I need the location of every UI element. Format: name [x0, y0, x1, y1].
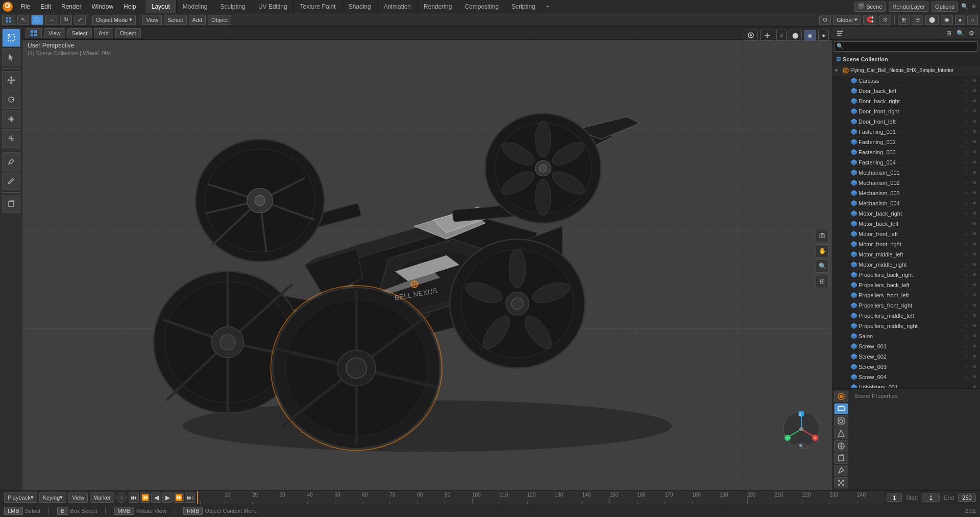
overlay-btn[interactable]: ⊞: [898, 15, 910, 25]
tab-shading[interactable]: Shading: [342, 0, 378, 13]
outliner-item[interactable]: Motor_back_right ↕ 👁: [832, 208, 980, 219]
end-frame[interactable]: 250: [958, 494, 976, 502]
scale-tool[interactable]: ⤢: [74, 15, 86, 25]
move-tool[interactable]: [2, 71, 20, 89]
item-restrict-viewport[interactable]: 👁: [971, 384, 978, 389]
item-restrict-viewport[interactable]: 👁: [971, 108, 978, 115]
outliner-item[interactable]: Fastening_001 ↕ 👁: [832, 127, 980, 137]
viewport-type-btn[interactable]: [26, 28, 42, 38]
item-restrict-viewport[interactable]: 👁: [971, 128, 978, 135]
outliner-search[interactable]: 🔍: [834, 41, 978, 52]
header-filter[interactable]: ⊞: [971, 3, 976, 10]
timeline-playback-dropdown[interactable]: Playback ▾: [4, 492, 37, 503]
blender-logo[interactable]: [0, 0, 15, 13]
item-restrict-select[interactable]: ↕: [963, 179, 970, 186]
transform-orientation[interactable]: Global ▾: [833, 15, 861, 25]
item-restrict-viewport[interactable]: 👁: [971, 179, 978, 186]
outliner-item[interactable]: Door_back_right ↕ 👁: [832, 96, 980, 106]
render-layer-selector[interactable]: RenderLayer: [889, 2, 928, 12]
start-frame[interactable]: 1: [922, 494, 940, 502]
item-restrict-viewport[interactable]: 👁: [971, 251, 978, 258]
tab-texture-paint[interactable]: Texture Paint: [294, 0, 342, 13]
outliner-item[interactable]: Mechanism_001 ↕ 👁: [832, 168, 980, 178]
viewport-overlay-toggle[interactable]: [744, 30, 758, 41]
outliner-item[interactable]: Propellers_front_right ↕ 👁: [832, 300, 980, 311]
item-restrict-select[interactable]: ↕: [963, 373, 970, 381]
viewport-shading-solid2[interactable]: ⬤: [789, 30, 802, 41]
item-restrict-viewport[interactable]: 👁: [971, 169, 978, 176]
outliner-filter-icon[interactable]: ⊞: [944, 29, 953, 38]
outliner-item[interactable]: Door_back_left ↕ 👁: [832, 86, 980, 96]
item-restrict-select[interactable]: ↕: [963, 292, 970, 299]
prop-render-icon[interactable]: [834, 391, 848, 402]
tab-sculpting[interactable]: Sculpting: [214, 0, 252, 13]
viewport[interactable]: BELL NEXUS View Select Add Object User P…: [22, 27, 832, 490]
rotate-tool-left[interactable]: [2, 90, 20, 109]
prop-world-icon[interactable]: [834, 440, 848, 452]
viewport-type[interactable]: [2, 15, 15, 25]
cursor-tool-left[interactable]: [2, 48, 20, 66]
tab-compositing[interactable]: Compositing: [458, 0, 505, 13]
cursor-tool[interactable]: ↖: [17, 15, 29, 25]
vp-hand[interactable]: ✋: [816, 244, 829, 257]
outliner-item[interactable]: Fastening_004 ↕ 👁: [832, 157, 980, 168]
outliner-item[interactable]: Salon ↕ 👁: [832, 331, 980, 341]
item-restrict-viewport[interactable]: 👁: [971, 159, 978, 166]
outliner-item[interactable]: Propellers_middle_left ↕ 👁: [832, 311, 980, 321]
item-restrict-select[interactable]: ↕: [963, 169, 970, 176]
item-restrict-select[interactable]: ↕: [963, 98, 970, 105]
outliner-item[interactable]: Door_front_left ↕ 👁: [832, 116, 980, 127]
item-restrict-select[interactable]: ↕: [963, 190, 970, 197]
item-restrict-viewport[interactable]: 👁: [971, 87, 978, 95]
item-restrict-select[interactable]: ↕: [963, 159, 970, 166]
item-restrict-select[interactable]: ↕: [963, 220, 970, 227]
rotate-tool[interactable]: ↻: [60, 15, 72, 25]
tab-scripting[interactable]: Scripting: [505, 0, 542, 13]
item-restrict-select[interactable]: ↕: [963, 322, 970, 330]
timeline-view-btn[interactable]: View: [68, 492, 88, 503]
proportional-edit[interactable]: ⊙: [879, 15, 891, 25]
tab-uv-editing[interactable]: UV Editing: [252, 0, 294, 13]
outliner-item[interactable]: Fastening_003 ↕ 👁: [832, 147, 980, 157]
item-restrict-select[interactable]: ↕: [963, 363, 970, 370]
outliner-item[interactable]: Fastening_002 ↕ 👁: [832, 137, 980, 147]
viewport-shading-wire[interactable]: ○: [776, 30, 787, 41]
outliner-item[interactable]: Upholstery_001 ↕ 👁: [832, 382, 980, 388]
tab-modeling[interactable]: Modeling: [177, 0, 214, 13]
item-restrict-viewport[interactable]: 👁: [971, 210, 978, 217]
outliner-item[interactable]: Screw_003 ↕ 👁: [832, 362, 980, 372]
viewport-shading-render2[interactable]: ●: [818, 30, 829, 41]
item-restrict-select[interactable]: ↕: [963, 138, 970, 146]
timeline-recording-btn[interactable]: [116, 492, 127, 503]
tab-animation[interactable]: Animation: [378, 0, 418, 13]
outliner-item[interactable]: Propellers_front_left ↕ 👁: [832, 290, 980, 300]
outliner-item[interactable]: Motor_front_right ↕ 👁: [832, 239, 980, 249]
item-restrict-viewport[interactable]: 👁: [971, 312, 978, 319]
item-restrict-viewport[interactable]: 👁: [971, 271, 978, 278]
item-restrict-select[interactable]: ↕: [963, 333, 970, 340]
view-menu[interactable]: View: [142, 15, 162, 25]
navigation-gizmo[interactable]: Z X Y 🔍: [781, 409, 822, 450]
options-btn[interactable]: Options: [932, 2, 958, 12]
item-restrict-viewport[interactable]: 👁: [971, 373, 978, 381]
outliner-item[interactable]: Propellers_middle_right ↕ 👁: [832, 321, 980, 331]
item-restrict-viewport[interactable]: 👁: [971, 77, 978, 84]
item-restrict-viewport[interactable]: 👁: [971, 200, 978, 207]
outliner-item[interactable]: Door_front_right ↕ 👁: [832, 106, 980, 116]
object-menu[interactable]: Object: [208, 15, 231, 25]
item-restrict-select[interactable]: ↕: [963, 149, 970, 156]
transform-tool-left[interactable]: [2, 129, 20, 148]
b-key[interactable]: B: [57, 507, 68, 515]
rmb-key[interactable]: RMB: [183, 507, 203, 515]
item-restrict-viewport[interactable]: 👁: [971, 322, 978, 330]
viewport-shading-solid[interactable]: ⬤: [925, 15, 939, 25]
scale-tool-left[interactable]: [2, 110, 20, 128]
item-restrict-select[interactable]: ↕: [963, 281, 970, 289]
outliner-options-icon[interactable]: ⚙: [967, 29, 976, 38]
tab-layout[interactable]: Layout: [145, 0, 177, 13]
transform-pivot[interactable]: ⊙: [819, 15, 831, 25]
header-search[interactable]: 🔍: [961, 3, 968, 10]
outliner-item[interactable]: Carcass ↕ 👁: [832, 76, 980, 86]
scene-selector[interactable]: 🎬 Scene: [854, 2, 886, 12]
outliner-item[interactable]: Motor_middle_left ↕ 👁: [832, 249, 980, 260]
